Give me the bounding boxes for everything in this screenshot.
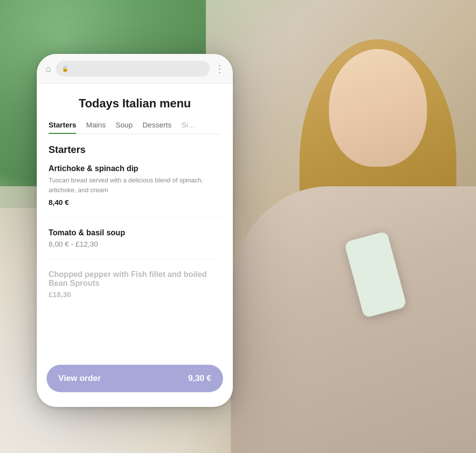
menu-item-tomato-price: 8,00 € - £12,30	[49, 240, 221, 248]
tab-more[interactable]: Si…	[181, 121, 195, 134]
woman-body	[231, 186, 476, 453]
lock-icon: 🔒	[62, 66, 69, 72]
menu-item-pepper-price: £18,30	[49, 290, 221, 299]
divider-2	[49, 259, 221, 259]
menu-item-pepper[interactable]: Chopped pepper with Fish fillet and boil…	[49, 270, 221, 299]
browser-bar: ⌂ 🔒 ⋮	[37, 54, 233, 84]
woman-face	[329, 49, 427, 167]
woman-hair	[300, 39, 456, 284]
tabs-row: Starters Mains Soup Desserts Si…	[49, 121, 221, 134]
divider-1	[49, 217, 221, 218]
menu-item-artichoke-name: Artichoke & spinach dip	[49, 164, 221, 173]
tab-soup[interactable]: Soup	[116, 121, 133, 134]
woman-held-phone	[344, 231, 407, 318]
view-order-label: View order	[58, 374, 101, 383]
tab-starters[interactable]: Starters	[49, 121, 76, 134]
menu-item-artichoke[interactable]: Artichoke & spinach dip Tuscan bread ser…	[49, 164, 221, 206]
menu-item-artichoke-price: 8,40 €	[49, 198, 221, 206]
phone-frame: ⌂ 🔒 ⋮ Todays Italian menu Starters Mains…	[37, 54, 233, 407]
tab-mains[interactable]: Mains	[86, 121, 106, 134]
view-order-button[interactable]: View order 9,30 €	[47, 365, 223, 392]
more-icon[interactable]: ⋮	[215, 63, 224, 75]
menu-item-artichoke-desc: Tuscan bread served with a delicious ble…	[49, 176, 221, 195]
section-heading-starters: Starters	[49, 144, 221, 155]
phone-mockup: ⌂ 🔒 ⋮ Todays Italian menu Starters Mains…	[37, 54, 233, 407]
menu-item-tomato-name: Tomato & basil soup	[49, 228, 221, 237]
url-bar[interactable]: 🔒	[56, 61, 210, 76]
menu-item-tomato[interactable]: Tomato & basil soup 8,00 € - £12,30	[49, 228, 221, 248]
page-content: Todays Italian menu Starters Mains Soup …	[37, 84, 233, 309]
menu-item-pepper-name: Chopped pepper with Fish fillet and boil…	[49, 270, 221, 288]
home-icon[interactable]: ⌂	[46, 64, 51, 74]
page-title: Todays Italian menu	[49, 96, 221, 111]
view-order-price: 9,30 €	[188, 374, 211, 383]
tab-desserts[interactable]: Desserts	[143, 121, 172, 134]
